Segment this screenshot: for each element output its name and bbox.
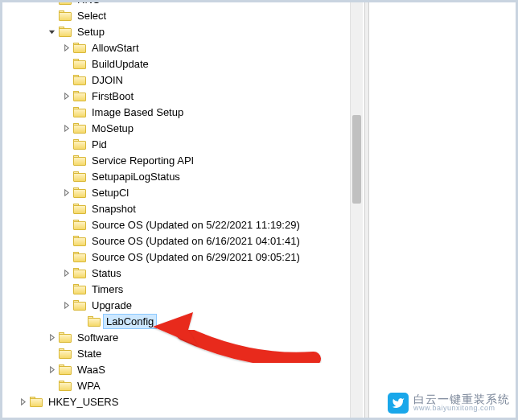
tree-item-label: State — [75, 347, 104, 360]
tree-item-label: Source OS (Updated on 6/29/2021 09:05:21… — [89, 250, 302, 264]
expander-spacer — [60, 106, 72, 117]
folder-icon — [59, 381, 72, 391]
tree-item[interactable]: Status — [2, 265, 350, 281]
vertical-scrollbar[interactable] — [350, 2, 363, 418]
tree-item-label: Status — [89, 266, 124, 280]
tree-item[interactable]: Image Based Setup — [2, 104, 350, 120]
tree-item[interactable]: DJOIN — [2, 72, 350, 88]
tree-item-label: AllowStart — [89, 41, 142, 55]
expander-spacer — [75, 315, 86, 327]
values-pane[interactable] — [369, 2, 516, 418]
folder-icon — [73, 59, 86, 69]
tree-item[interactable]: Timers — [2, 281, 350, 297]
tree-item[interactable]: SetupapiLogStatus — [2, 168, 350, 184]
expander-spacer — [60, 58, 72, 69]
tree-item-label: Snapshot — [89, 202, 138, 216]
watermark-logo-icon — [388, 393, 409, 414]
expander-spacer — [60, 203, 72, 214]
folder-icon — [73, 284, 86, 294]
chevron-down-icon[interactable] — [46, 26, 57, 37]
tree-item-label: WaaS — [75, 363, 108, 377]
folder-icon — [88, 316, 101, 327]
watermark-url: www.baiyunxitong.com — [413, 405, 510, 413]
chevron-right-icon[interactable] — [46, 364, 57, 375]
folder-icon — [73, 236, 86, 246]
folder-icon — [73, 252, 86, 262]
chevron-right-icon[interactable] — [17, 396, 28, 407]
tree-item-label: HKEY_USERS — [46, 395, 121, 409]
folder-icon — [73, 220, 86, 230]
expander-spacer — [60, 154, 72, 166]
tree-item[interactable]: WPA — [2, 377, 350, 393]
tree-item[interactable]: BuildUpdate — [2, 56, 350, 72]
expander-spacer — [46, 2, 57, 5]
tree-item-label: Service Reporting API — [89, 154, 196, 167]
folder-icon — [73, 204, 86, 214]
tree-item[interactable]: FirstBoot — [2, 88, 350, 104]
tree-item[interactable]: Source OS (Updated on 6/29/2021 09:05:21… — [2, 249, 350, 265]
tree-item-label: MoSetup — [89, 121, 136, 135]
expander-spacer — [46, 348, 57, 359]
folder-icon — [73, 91, 86, 101]
tree-item[interactable]: WaaS — [2, 361, 350, 377]
tree-item-label: SetupCl — [89, 186, 131, 200]
tree-pane[interactable]: RNGSelectSetupAllowStartBuildUpdateDJOIN… — [2, 2, 350, 418]
chevron-right-icon[interactable] — [60, 187, 72, 198]
tree-item-label: DJOIN — [89, 73, 125, 87]
chevron-right-icon[interactable] — [60, 42, 72, 53]
tree-item-label: SetupapiLogStatus — [89, 170, 183, 183]
tree-item[interactable]: LabConfig — [2, 313, 350, 329]
folder-icon — [73, 123, 86, 134]
folder-icon — [73, 171, 86, 182]
expander-spacer — [60, 171, 72, 182]
scrollbar-thumb[interactable] — [352, 115, 361, 204]
folder-icon — [73, 139, 86, 150]
tree-item-label: Upgrade — [89, 299, 134, 312]
tree-item-label: Pid — [89, 138, 109, 151]
chevron-right-icon[interactable] — [60, 90, 72, 101]
tree-item-label: Select — [75, 9, 109, 23]
tree-item[interactable]: Snapshot — [2, 200, 350, 216]
expander-spacer — [46, 380, 57, 391]
tree-item[interactable]: Pid — [2, 136, 350, 152]
tree-item[interactable]: HKEY_USERS — [2, 393, 350, 410]
chevron-right-icon[interactable] — [60, 267, 72, 278]
tree-item-label: Source OS (Updated on 5/22/2021 11:19:29… — [89, 218, 302, 232]
expander-spacer — [60, 283, 72, 294]
expander-spacer — [60, 235, 72, 246]
tree-item[interactable]: Service Reporting API — [2, 152, 350, 168]
tree-item-label: BuildUpdate — [89, 57, 151, 71]
tree-item[interactable]: Setup — [2, 23, 350, 39]
expander-spacer — [60, 219, 72, 230]
folder-icon — [30, 397, 43, 407]
tree-item[interactable]: Source OS (Updated on 5/22/2021 11:19:29… — [2, 216, 350, 233]
tree-item-label: Setup — [75, 25, 107, 39]
folder-icon — [73, 155, 86, 166]
chevron-right-icon[interactable] — [46, 331, 57, 343]
tree-item[interactable]: SetupCl — [2, 184, 350, 200]
folder-icon — [73, 268, 86, 278]
folder-icon — [59, 10, 72, 21]
tree-item[interactable]: Software — [2, 329, 350, 345]
expander-spacer — [60, 138, 72, 150]
folder-icon — [59, 364, 72, 375]
expander-spacer — [46, 10, 57, 21]
chevron-right-icon[interactable] — [60, 122, 72, 134]
folder-icon — [73, 187, 86, 198]
tree-item-label: Image Based Setup — [89, 105, 186, 119]
tree-item[interactable]: Select — [2, 7, 350, 23]
folder-icon — [59, 348, 72, 359]
folder-icon — [73, 107, 86, 117]
tree-item[interactable]: MoSetup — [2, 120, 350, 136]
tree-item[interactable]: Upgrade — [2, 297, 350, 313]
chevron-right-icon[interactable] — [60, 299, 72, 311]
expander-spacer — [60, 74, 72, 85]
tree-item-label: RNG — [75, 2, 103, 6]
folder-icon — [59, 27, 72, 37]
tree-item-label: FirstBoot — [89, 89, 136, 103]
tree-item[interactable]: AllowStart — [2, 39, 350, 56]
folder-icon — [73, 300, 86, 311]
tree-item-label: Software — [75, 331, 121, 344]
tree-item[interactable]: Source OS (Updated on 6/16/2021 04:01:41… — [2, 233, 350, 249]
tree-item[interactable]: State — [2, 345, 350, 361]
